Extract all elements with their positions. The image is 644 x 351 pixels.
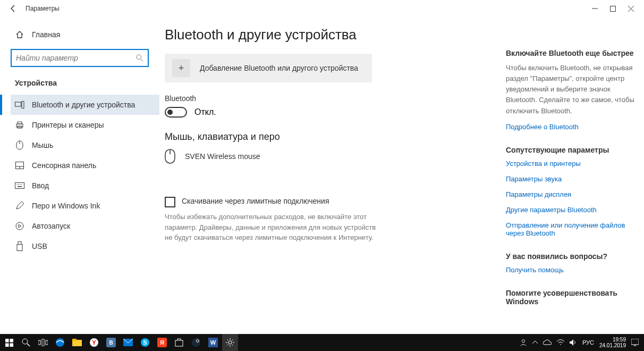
plus-icon: + [172, 59, 190, 77]
svg-point-2 [137, 55, 141, 60]
vk-icon[interactable]: B [103, 334, 119, 351]
sidebar-item-printers[interactable]: Принтеры и сканеры [11, 115, 159, 135]
search-input[interactable] [16, 54, 136, 62]
svg-rect-14 [15, 183, 24, 189]
svg-rect-46 [175, 340, 183, 346]
minimize-button[interactable] [591, 5, 598, 12]
printer-icon [15, 120, 24, 130]
related-link-devices-printers[interactable]: Устройства и принтеры [506, 160, 635, 168]
home-link[interactable]: Главная [11, 26, 159, 44]
metered-checkbox[interactable] [165, 197, 175, 207]
bluetooth-toggle[interactable] [165, 107, 187, 118]
svg-point-51 [228, 341, 232, 344]
related-link-sound[interactable]: Параметры звука [506, 175, 635, 183]
mouse-section-title: Мышь, клавиатура и перо [165, 131, 485, 143]
svg-text:Я: Я [160, 339, 164, 346]
bluetooth-state: Откл. [194, 107, 216, 117]
sidebar: Главная Устройства Bluetooth и другие ус… [0, 17, 159, 334]
yandex-browser-icon[interactable]: Я [154, 334, 170, 351]
add-device-label: Добавление Bluetooth или другого устройс… [200, 64, 358, 72]
tray-onedrive-icon[interactable] [543, 339, 552, 346]
tray-clock[interactable]: 19:59 24.01.2019 [599, 337, 626, 348]
tray-up-icon[interactable] [532, 340, 538, 345]
svg-text:W: W [210, 339, 216, 346]
tip-title: Включайте Bluetooth еще быстрее [506, 49, 635, 57]
mouse-device-icon [165, 149, 175, 164]
related-title: Сопутствующие параметры [506, 146, 635, 154]
svg-rect-26 [10, 339, 13, 342]
search-box[interactable] [11, 49, 149, 67]
help-link[interactable]: Получить помощь [506, 266, 635, 274]
sidebar-section-title: Устройства [11, 73, 159, 95]
store-icon[interactable] [171, 334, 187, 351]
sidebar-item-autoplay[interactable]: Автозапуск [11, 216, 159, 236]
start-button[interactable] [1, 334, 17, 351]
svg-point-16 [18, 184, 19, 185]
svg-line-3 [141, 59, 143, 61]
add-device-button[interactable]: + Добавление Bluetooth или другого устро… [165, 54, 372, 82]
related-link-display[interactable]: Параметры дисплея [506, 190, 635, 198]
nav-label: Мышь [32, 141, 53, 149]
tray-wifi-icon[interactable] [557, 339, 564, 346]
svg-point-47 [192, 338, 200, 347]
related-link-bluetooth-more[interactable]: Другие параметры Bluetooth [506, 206, 635, 214]
sidebar-item-touchpad[interactable]: Сенсорная панель [11, 155, 159, 176]
svg-point-29 [22, 339, 28, 344]
tray-time: 19:59 [599, 337, 626, 342]
edge-icon[interactable] [52, 334, 68, 351]
sidebar-item-pen[interactable]: Перо и Windows Ink [11, 196, 159, 216]
svg-rect-28 [10, 343, 13, 347]
nav-label: Автозапуск [32, 222, 70, 230]
svg-rect-4 [15, 102, 21, 106]
search-icon [136, 54, 143, 62]
word-icon[interactable]: W [205, 334, 221, 351]
devices-icon [15, 100, 24, 110]
mail-icon[interactable] [120, 334, 136, 351]
tray-people-icon[interactable] [520, 339, 527, 346]
svg-point-20 [16, 222, 23, 230]
svg-rect-31 [38, 340, 40, 345]
yandex-icon[interactable]: Y [86, 334, 102, 351]
back-button[interactable] [5, 4, 21, 13]
close-button[interactable] [627, 5, 634, 12]
svg-text:S: S [143, 339, 147, 346]
svg-rect-22 [17, 245, 22, 251]
svg-rect-25 [5, 339, 9, 342]
taskview-icon[interactable] [35, 334, 51, 351]
svg-rect-1 [610, 6, 615, 11]
autoplay-icon [15, 221, 24, 231]
page-title: Bluetooth и другие устройства [165, 27, 485, 43]
search-taskbar-icon[interactable] [18, 334, 34, 351]
maximize-button[interactable] [609, 5, 616, 12]
tray-notifications-icon[interactable] [631, 339, 639, 346]
metered-description: Чтобы избежать дополнительных расходов, … [165, 212, 377, 243]
explorer-icon[interactable] [69, 334, 85, 351]
sidebar-item-typing[interactable]: Ввод [11, 176, 159, 196]
pen-icon [15, 201, 24, 211]
related-link-send-receive[interactable]: Отправление или получение файлов через B… [506, 221, 635, 237]
nav-label: Принтеры и сканеры [32, 121, 104, 129]
svg-rect-21 [18, 242, 21, 245]
device-row[interactable]: SVEN Wireless mouse [165, 143, 485, 170]
home-label: Главная [32, 30, 60, 39]
svg-rect-19 [18, 186, 22, 187]
tip-link[interactable]: Подробнее о Bluetooth [506, 123, 635, 131]
svg-point-52 [522, 340, 524, 342]
svg-rect-7 [18, 122, 22, 124]
sidebar-item-usb[interactable]: USB [11, 236, 159, 256]
skype-icon[interactable]: S [137, 334, 153, 351]
home-icon [15, 30, 24, 39]
svg-rect-53 [631, 339, 639, 345]
nav-label: Перо и Windows Ink [32, 202, 100, 210]
steam-icon[interactable] [188, 334, 204, 351]
sidebar-item-mouse[interactable]: Мышь [11, 135, 159, 155]
tray-date: 24.01.2019 [599, 342, 626, 348]
settings-taskbar-icon[interactable] [222, 334, 238, 351]
svg-rect-33 [46, 340, 48, 345]
tray-volume-icon[interactable] [570, 339, 577, 346]
tray-language[interactable]: РУС [582, 339, 594, 346]
mouse-icon [15, 140, 24, 150]
sidebar-item-bluetooth[interactable]: Bluetooth и другие устройства [11, 95, 159, 115]
svg-line-30 [27, 344, 30, 346]
bluetooth-label: Bluetooth [165, 94, 485, 103]
